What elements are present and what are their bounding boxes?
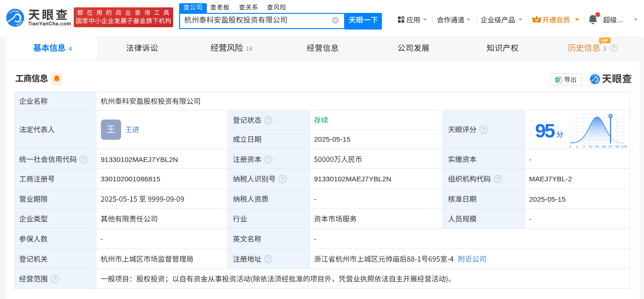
svg-text:?: ? [496, 176, 499, 182]
svg-text:TianYanCha.com: TianYanCha.com [28, 21, 71, 26]
svg-text:97: 97 [609, 144, 613, 149]
svg-text:3: 3 [603, 46, 606, 52]
svg-text:VIP: VIP [602, 38, 609, 43]
svg-text:330102001086815: 330102001086815 [101, 175, 160, 183]
svg-text:2025-05-15: 2025-05-15 [529, 195, 566, 203]
svg-text:-: - [314, 195, 316, 203]
svg-text:3: 3 [583, 144, 585, 149]
svg-text:?: ? [482, 127, 485, 132]
svg-text:-: - [529, 215, 532, 223]
svg-text:-: - [314, 235, 316, 243]
svg-text:0: 0 [569, 144, 572, 149]
svg-text:-: - [529, 155, 532, 163]
svg-text:18: 18 [246, 46, 252, 52]
svg-text:?: ? [281, 176, 284, 182]
svg-text:91330102MAEJ7YBL2N: 91330102MAEJ7YBL2N [314, 175, 392, 183]
svg-text:?: ? [53, 276, 56, 281]
svg-text:85: 85 [602, 144, 606, 149]
svg-text:1: 1 [576, 144, 578, 149]
svg-text:?: ? [612, 45, 615, 51]
svg-text:?: ? [267, 156, 270, 162]
svg-text:91330102MAEJ7YBL2N: 91330102MAEJ7YBL2N [101, 155, 178, 163]
svg-text:99: 99 [615, 144, 619, 149]
svg-text:-: - [101, 235, 103, 243]
svg-text:...: ... [618, 16, 624, 24]
svg-text:2025-05-15: 2025-05-15 [314, 135, 351, 143]
svg-text:100: 100 [621, 144, 627, 149]
svg-text:?: ? [267, 117, 270, 123]
svg-text:50: 50 [595, 144, 599, 149]
svg-text:?: ? [267, 256, 270, 262]
svg-text:15: 15 [588, 144, 592, 149]
svg-text:4: 4 [69, 46, 72, 52]
svg-text:?: ? [82, 156, 85, 162]
svg-text:MAEJ7YBL-2: MAEJ7YBL-2 [529, 175, 572, 183]
svg-text:95: 95 [535, 120, 555, 142]
